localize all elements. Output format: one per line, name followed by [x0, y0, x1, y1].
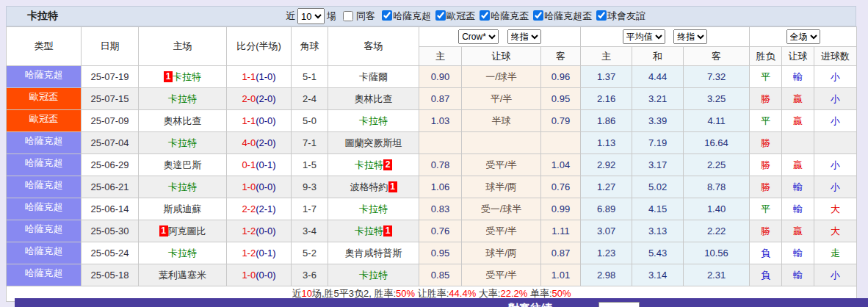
handicap-away-odds: 1.01	[541, 264, 581, 286]
matches-count-select[interactable]: 10	[297, 8, 325, 24]
average-select[interactable]: 平均值	[623, 29, 665, 44]
avg-draw-odds: 3.13	[632, 220, 684, 242]
fulltime-score: 2-2	[242, 203, 256, 214]
result-wdl: 平	[750, 198, 782, 220]
team-name: 斯咸迪蘇	[164, 203, 202, 214]
away-team-cell: 卡拉特2	[328, 154, 419, 176]
corners-cell: 5-0	[292, 110, 328, 132]
team-name: 卡拉特	[355, 159, 383, 170]
result-goals: 小	[814, 66, 857, 88]
stats-panel: 卡拉特 近 10 場 同客 哈薩克超歐冠盃哈薩克盃哈薩克超盃球會友誼 类型 日期…	[6, 6, 856, 302]
section-bar-title: 對賽往績	[508, 302, 552, 307]
corners-cell: 3-4	[292, 220, 328, 242]
avg-home-odds: 2.16	[581, 88, 632, 110]
handicap-home-odds: 0.90	[419, 66, 462, 88]
league-checkbox[interactable]	[480, 10, 490, 21]
league-badge: 歐冠盃	[7, 110, 81, 131]
away-team-cell: 奧肯咸特普斯	[328, 242, 419, 264]
handicap-home-odds: 0.95	[419, 242, 462, 264]
col-header-score: 比分(半场)	[227, 27, 292, 66]
away-team-cell: 奧林比查	[328, 88, 419, 110]
avg-away-odds: 1.40	[684, 198, 750, 220]
match-row: 哈薩克超25-06-29奧達巴斯0-1(0-1)1-5卡拉特20.78受平/半1…	[7, 154, 857, 176]
result-handicap: 贏	[782, 154, 814, 176]
team-name: 卡拉特	[168, 248, 197, 259]
date-cell: 25-07-15	[82, 88, 139, 110]
away-team-cell: 卡拉特	[328, 198, 419, 220]
away-team-cell: 卡薩爾	[328, 66, 419, 88]
league-cell: 哈薩克超	[7, 176, 82, 198]
summary-stat-value: 10	[301, 288, 311, 299]
league-checkboxes: 哈薩克超歐冠盃哈薩克盃哈薩克超盃球會友誼	[377, 10, 645, 23]
result-wdl: 負	[750, 264, 782, 286]
score-cell: 1-1(0-0)	[227, 110, 292, 132]
col-header-home: 主场	[139, 27, 227, 66]
handicap-line: 受一/球半	[462, 198, 541, 220]
team-title: 卡拉特	[27, 10, 58, 23]
halftime-score: (0-1)	[256, 159, 275, 170]
result-handicap: 贏	[782, 110, 814, 132]
team-name: 奧林比查	[164, 115, 202, 126]
away-team-cell: 圖蘭突厥斯坦	[328, 132, 419, 154]
team-name: 阿克圖比	[168, 225, 206, 236]
league-checkbox[interactable]	[533, 10, 543, 21]
fulltime-score: 0-1	[242, 159, 256, 170]
same-away-checkbox[interactable]	[343, 11, 353, 21]
sub-header-avg-home: 主	[581, 47, 632, 66]
league-checkbox[interactable]	[435, 10, 446, 21]
match-row: 哈薩克超25-05-24卡拉特1-2(0-1)5-2奧肯咸特普斯0.95球半/两…	[7, 242, 857, 264]
league-cell: 哈薩克超	[7, 242, 82, 264]
match-row: 哈薩克超25-06-14斯咸迪蘇2-2(2-1)1-7卡拉特0.83受一/球半0…	[7, 198, 857, 220]
date-cell: 25-05-30	[82, 220, 139, 242]
handicap-line: 半球	[462, 110, 541, 132]
sub-header-odds-away: 客	[541, 47, 581, 66]
corners-cell: 5-1	[292, 66, 328, 88]
handicap-line: 受平/半	[462, 264, 541, 286]
avg-draw-odds: 3.21	[632, 88, 684, 110]
team-name: 波格特約	[350, 181, 388, 192]
league-badge: 哈薩克超	[7, 220, 81, 242]
average-final-select[interactable]: 终指	[673, 29, 707, 44]
scope-select[interactable]: 全场	[786, 29, 820, 44]
corners-cell: 1-7	[292, 198, 328, 220]
handicap-home-odds: 0.87	[419, 88, 462, 110]
league-cell: 哈薩克超	[7, 66, 82, 88]
result-handicap: 輸	[782, 176, 814, 198]
near-label: 近	[286, 10, 295, 23]
sub-header-handicap-result: 让球	[782, 47, 814, 66]
handicap-home-odds: 0.83	[419, 198, 462, 220]
handicap-select-group: Crow* 终指	[419, 27, 581, 47]
avg-home-odds: 1.13	[581, 132, 632, 154]
league-checkbox[interactable]	[382, 10, 392, 21]
handicap-away-odds: 0.87	[541, 242, 581, 264]
odds-source-select[interactable]: Crow*	[458, 29, 499, 44]
home-team-cell: 1卡拉特	[139, 66, 227, 88]
fulltime-score: 4-0	[242, 137, 256, 148]
summary-stat-value: 50%	[552, 288, 571, 299]
fulltime-score: 1-2	[242, 225, 256, 236]
team-name: 卡拉特	[168, 181, 197, 192]
halftime-score: (2-0)	[256, 93, 275, 104]
section-bar-select[interactable]	[598, 302, 640, 307]
league-checkbox-label: 哈薩克盃	[491, 10, 529, 21]
league-checkbox[interactable]	[596, 10, 607, 21]
result-goals: 小	[814, 264, 857, 286]
col-header-date: 日期	[82, 27, 139, 66]
result-wdl: 勝	[750, 132, 782, 154]
toolbar: 卡拉特 近 10 場 同客 哈薩克超歐冠盃哈薩克盃哈薩克超盃球會友誼	[6, 6, 856, 26]
corners-cell: 3-6	[292, 264, 328, 286]
team-name: 卡拉特	[168, 93, 197, 104]
handicap-home-odds: 0.78	[419, 154, 462, 176]
away-team-cell: 卡拉特1	[328, 220, 419, 242]
games-label: 場	[327, 10, 336, 23]
fulltime-score: 1-0	[242, 181, 256, 192]
fulltime-score: 1-0	[242, 270, 256, 281]
handicap-final-select[interactable]: 终指	[507, 29, 541, 44]
match-row: 歐冠盃25-07-09奧林比查1-1(0-0)5-0卡拉特1.03半球0.791…	[7, 110, 857, 132]
handicap-home-odds	[419, 132, 462, 154]
summary-stat-label: 场,胜5平3负2, 胜率:	[312, 288, 396, 299]
avg-home-odds: 2.98	[581, 264, 632, 286]
avg-draw-odds: 4.44	[632, 66, 684, 88]
section-bar: 對賽往績	[15, 298, 868, 307]
corners-cell: 9-3	[292, 176, 328, 198]
